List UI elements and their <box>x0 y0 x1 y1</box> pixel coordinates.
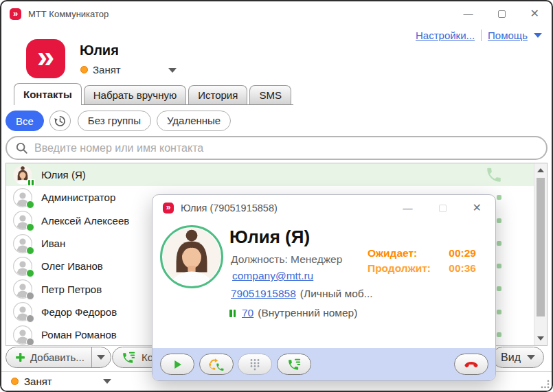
filter-all-button[interactable]: Все <box>5 111 44 131</box>
app-logo-icon: » <box>163 203 174 214</box>
link-separator <box>481 30 482 41</box>
avatar <box>13 325 32 345</box>
contact-name: Роман Романов <box>41 329 117 341</box>
help-link[interactable]: Помощь <box>488 30 528 41</box>
new-call-button[interactable] <box>277 354 311 375</box>
plus-icon <box>15 352 25 362</box>
view-dropdown-icon <box>527 355 535 360</box>
statusbar-label: Занят <box>24 376 52 387</box>
search-icon <box>15 141 28 154</box>
contact-name: Петр Петров <box>41 284 102 295</box>
presence-dot-icon <box>26 223 34 231</box>
add-contact-button[interactable]: Добавить... <box>6 347 91 367</box>
scroll-up-button[interactable] <box>534 165 547 176</box>
contact-name: Федор Федоров <box>41 306 117 318</box>
transfer-call-icon <box>207 357 225 372</box>
call-icon-sliver <box>497 332 501 337</box>
view-button[interactable]: Вид <box>492 347 544 368</box>
add-contact-split-button: Добавить... <box>5 347 111 368</box>
avatar <box>13 188 32 207</box>
call-icon-sliver <box>497 218 501 223</box>
call-icon-sliver <box>497 195 501 200</box>
call-icon-sliver <box>497 310 501 314</box>
transfer-call-button[interactable] <box>199 354 234 375</box>
contact-row-self[interactable]: Юлия (Я) <box>6 163 547 186</box>
tab-manual-dial[interactable]: Набрать вручную <box>84 85 186 104</box>
help-dropdown-icon[interactable] <box>534 33 542 38</box>
resize-grip[interactable] <box>541 380 550 389</box>
dialog-minimize-button[interactable]: — <box>403 203 413 213</box>
scrollbar[interactable] <box>534 163 547 345</box>
wait-timer-label: Ожидает: <box>368 247 417 260</box>
presence-dot-icon <box>26 200 34 209</box>
resume-call-button[interactable] <box>160 354 194 375</box>
call-icon-sliver <box>497 264 501 268</box>
filter-row: Все Без группы Удаленные <box>5 111 231 131</box>
search-input[interactable] <box>34 142 538 154</box>
pause-icon <box>229 310 236 317</box>
brand-logo: » <box>26 39 65 78</box>
phone-note: (Личный моб... <box>300 288 373 300</box>
play-icon <box>171 358 183 371</box>
titlebar: » МТТ Коммуникатор — ✕ <box>1 1 552 26</box>
scroll-thumb[interactable] <box>537 178 545 316</box>
filter-no-group-button[interactable]: Без группы <box>78 111 151 131</box>
internal-note: (Внутренний номер) <box>258 307 357 319</box>
scroll-down-button[interactable] <box>534 333 547 344</box>
tabstrip: Контакты Набрать вручную История SMS <box>14 83 293 105</box>
internal-number-link[interactable]: 70 <box>242 307 253 319</box>
dialpad-icon <box>249 358 260 371</box>
app-window: » МТТ Коммуникатор — ✕ Настройки... Помо… <box>0 0 553 392</box>
close-button[interactable]: ✕ <box>530 8 539 19</box>
dialog-button-bar <box>153 348 495 380</box>
pause-badge-icon <box>27 179 35 187</box>
header-links: Настройки... Помощь <box>416 30 542 41</box>
avatar <box>13 279 32 299</box>
maximize-button[interactable] <box>498 10 506 18</box>
filter-deleted-button[interactable]: Удаленные <box>157 111 231 131</box>
tab-history[interactable]: История <box>188 85 247 104</box>
user-name: Юлия <box>80 43 119 58</box>
dialog-titlebar: » Юлия (79051915858) — ✕ <box>153 195 495 221</box>
wait-timer-value: 00:29 <box>449 247 476 260</box>
dialog-title: Юлия (79051915858) <box>181 203 278 214</box>
busy-status-icon <box>80 66 88 73</box>
hold-timer-label: Продолжит: <box>368 262 431 275</box>
caller-avatar <box>160 225 223 288</box>
search-bar <box>5 136 548 160</box>
phone-list-icon <box>286 357 302 372</box>
contact-name: Иван <box>41 238 65 249</box>
presence-dot-icon <box>26 338 34 346</box>
avatar <box>13 234 32 253</box>
avatar <box>13 211 32 230</box>
hangup-button[interactable] <box>454 354 488 375</box>
presence-dot-icon <box>26 269 34 277</box>
user-status-label: Занят <box>93 64 121 76</box>
presence-dot-icon <box>26 314 34 323</box>
dialog-close-button[interactable]: ✕ <box>473 203 482 214</box>
statusbar-dropdown-icon[interactable] <box>103 379 111 384</box>
contact-name: Администратор <box>41 192 115 203</box>
history-filter-button[interactable] <box>49 111 71 131</box>
call-icon-sliver <box>497 241 501 246</box>
caller-phone-link[interactable]: 79051915858 <box>231 288 296 300</box>
contact-name: Олег Иванов <box>41 260 103 272</box>
user-status[interactable]: Занят <box>80 64 121 76</box>
status-dropdown-icon[interactable] <box>168 68 177 73</box>
avatar <box>13 302 32 321</box>
tab-sms[interactable]: SMS <box>249 85 291 104</box>
window-title: МТТ Коммуникатор <box>28 9 109 19</box>
call-timers: Ожидает: 00:29 Продолжит: 00:36 <box>368 247 476 277</box>
call-icon[interactable] <box>485 166 503 184</box>
caller-email-link[interactable]: company@mtt.ru <box>232 270 313 282</box>
app-logo-icon: » <box>10 8 21 20</box>
settings-link[interactable]: Настройки... <box>416 30 475 41</box>
call-dialog: » Юлия (79051915858) — ✕ Юлия (Я) Должно… <box>152 194 496 381</box>
dialpad-button <box>238 354 272 375</box>
add-dropdown-button[interactable] <box>92 347 111 367</box>
presence-dot-icon <box>26 292 34 300</box>
hold-timer-value: 00:36 <box>449 262 476 275</box>
minimize-button[interactable]: — <box>464 9 473 19</box>
tab-contacts[interactable]: Контакты <box>14 83 82 105</box>
caller-position: Должность: Менеджер <box>231 253 342 266</box>
